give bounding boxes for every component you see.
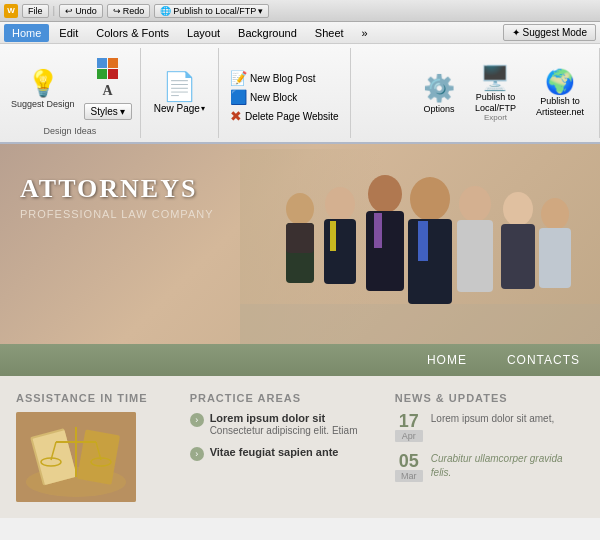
- publish-artisteer-button[interactable]: 🌍 Publish toArtisteer.net: [529, 63, 591, 123]
- styles-arrow-icon: ▾: [120, 106, 125, 117]
- file-menu[interactable]: File: [22, 4, 49, 18]
- svg-point-4: [325, 187, 355, 221]
- col-assistance: ASSISTANCE IN TIME: [16, 392, 174, 502]
- practice-text-2: Vitae feugiat sapien ante: [210, 446, 339, 458]
- title-bar: W File | ↩ Undo ↪ Redo 🌐 Publish to Loca…: [0, 0, 600, 22]
- block-icon: 🟦: [230, 89, 247, 105]
- new-page-button[interactable]: 📄 New Page ▾: [149, 66, 210, 118]
- file-label: File: [28, 6, 43, 16]
- svg-point-7: [368, 175, 402, 213]
- news-month-1: Apr: [395, 430, 423, 442]
- menu-background[interactable]: Background: [230, 24, 305, 42]
- blog-icon: 📝: [230, 70, 247, 86]
- col-news: NEWS & UPDATES 17 Apr Lorem ipsum dolor …: [395, 392, 584, 502]
- practice-list: › Lorem ipsum dolor sit Consectetur adip…: [190, 412, 379, 461]
- hero-section: ATTORNEYS PROFESSIONAL LAW COMPANY: [0, 144, 600, 344]
- new-page-content: 📄 New Page ▾: [149, 50, 210, 134]
- news-day-2: 05: [395, 452, 423, 470]
- menu-right: ✦ Suggest Mode: [503, 24, 597, 41]
- di-grid-icon[interactable]: [97, 58, 118, 79]
- publish-local-button[interactable]: 🖥️ Publish toLocal/FTP Export: [468, 59, 523, 128]
- menu-sheet[interactable]: Sheet: [307, 24, 352, 42]
- suggest-mode-button[interactable]: ✦ Suggest Mode: [503, 24, 597, 41]
- news-date-2: 05 Mar: [395, 452, 423, 482]
- svg-rect-16: [501, 224, 535, 289]
- suggest-mode-icon: ✦: [512, 27, 520, 38]
- design-ideas-content: 💡 Suggest Design A: [8, 50, 132, 124]
- news-date-1: 17 Apr: [395, 412, 423, 442]
- svg-rect-11: [408, 219, 452, 304]
- text-format-icon[interactable]: A: [103, 83, 113, 99]
- news-text-1: Lorem ipsum dolor sit amet,: [431, 412, 554, 442]
- news-day-1: 17: [395, 412, 423, 430]
- menu-colors-fonts[interactable]: Colors & Fonts: [88, 24, 177, 42]
- delete-page-button[interactable]: ✖ Delete Page Website: [227, 107, 342, 125]
- suggest-design-button[interactable]: 💡 Suggest Design: [8, 65, 78, 113]
- new-page-group: 📄 New Page ▾: [141, 48, 219, 138]
- svg-point-1: [286, 193, 314, 225]
- suggest-design-label: Suggest Design: [11, 99, 75, 110]
- menu-home[interactable]: Home: [4, 24, 49, 42]
- col2-title: PRACTICE AREAS: [190, 392, 379, 404]
- design-ideas-label: Design Ideas: [44, 126, 97, 136]
- people-group: [240, 149, 600, 344]
- delete-page-label: Delete Page Website: [245, 111, 339, 122]
- publish-button[interactable]: 🌐 Publish to Local/FTP ▾: [154, 4, 269, 18]
- svg-rect-9: [374, 213, 382, 248]
- menu-more[interactable]: »: [354, 24, 376, 42]
- ribbon: 💡 Suggest Design A: [0, 44, 600, 144]
- news-text-2: Curabitur ullamcorper gravida felis.: [431, 452, 584, 482]
- publish-local-label: Publish toLocal/FTP: [475, 92, 516, 114]
- divider: |: [53, 5, 56, 16]
- new-block-button[interactable]: 🟦 New Block: [227, 88, 300, 106]
- suggest-mode-label: Suggest Mode: [523, 27, 588, 38]
- publish-icon: 🌐: [160, 6, 171, 16]
- news-month-2: Mar: [395, 470, 423, 482]
- new-page-label: New Page: [154, 103, 200, 114]
- practice-item-2: › Vitae feugiat sapien ante: [190, 446, 379, 461]
- undo-icon: ↩: [65, 6, 73, 16]
- nav-home[interactable]: HOME: [407, 344, 487, 376]
- svg-point-17: [541, 198, 569, 230]
- menu-bar: Home Edit Colors & Fonts Layout Backgrou…: [0, 22, 600, 44]
- news-item-1: 17 Apr Lorem ipsum dolor sit amet,: [395, 412, 584, 442]
- menu-edit[interactable]: Edit: [51, 24, 86, 42]
- options-button[interactable]: ⚙️ Options: [416, 68, 462, 119]
- svg-rect-8: [366, 211, 404, 291]
- svg-rect-12: [418, 221, 428, 261]
- publish-group: ⚙️ Options 🖥️ Publish toLocal/FTP Export…: [408, 48, 600, 138]
- new-page-arrow-icon: ▾: [201, 104, 205, 113]
- nav-contacts[interactable]: CONTACTS: [487, 344, 600, 376]
- styles-button[interactable]: Styles ▾: [84, 103, 132, 120]
- delete-icon: ✖: [230, 108, 242, 124]
- publish-local-icon: 🖥️: [480, 64, 510, 92]
- menu-layout[interactable]: Layout: [179, 24, 228, 42]
- publish-artisteer-label: Publish toArtisteer.net: [536, 96, 584, 118]
- hero-subtitle: PROFESSIONAL LAW COMPANY: [20, 208, 214, 220]
- lightbulb-icon: 💡: [27, 68, 59, 99]
- assistance-image: [16, 412, 136, 502]
- redo-label: Redo: [123, 6, 145, 16]
- svg-rect-19: [240, 304, 600, 344]
- export-label: Export: [484, 113, 507, 122]
- undo-button[interactable]: ↩ Undo: [59, 4, 103, 18]
- practice-arrow-icon-2: ›: [190, 447, 204, 461]
- svg-rect-6: [330, 221, 336, 251]
- undo-label: Undo: [75, 6, 97, 16]
- new-blog-post-button[interactable]: 📝 New Blog Post: [227, 69, 319, 87]
- redo-button[interactable]: ↪ Redo: [107, 4, 151, 18]
- design-ideas-group: 💡 Suggest Design A: [0, 48, 141, 138]
- svg-point-13: [459, 186, 491, 222]
- svg-point-15: [503, 192, 533, 226]
- col3-title: NEWS & UPDATES: [395, 392, 584, 404]
- new-page-icon: 📄: [162, 70, 197, 103]
- app-icon: W: [4, 4, 18, 18]
- styles-label: Styles: [91, 106, 118, 117]
- hero-text: ATTORNEYS PROFESSIONAL LAW COMPANY: [20, 174, 214, 220]
- svg-rect-14: [457, 220, 493, 292]
- practice-arrow-icon-1: ›: [190, 413, 204, 427]
- svg-rect-18: [539, 228, 571, 288]
- ribbon-spacer: [351, 48, 408, 138]
- new-items-buttons: 📝 New Blog Post 🟦 New Block ✖ Delete Pag…: [227, 69, 342, 125]
- practice-title-2: Vitae feugiat sapien ante: [210, 446, 339, 458]
